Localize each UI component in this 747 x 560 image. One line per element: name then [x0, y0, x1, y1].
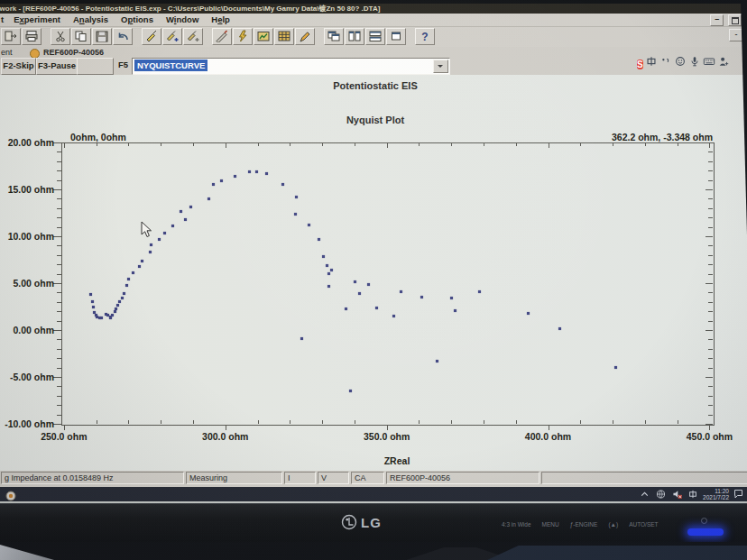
y-right-tick — [706, 377, 713, 378]
x-minor-tick — [290, 420, 290, 424]
y-right-tick — [708, 255, 713, 256]
status-segment-6 — [541, 472, 747, 484]
monitor-button-menu[interactable]: MENU — [542, 521, 559, 528]
data-point — [265, 172, 268, 175]
x-top-minor-tick — [516, 142, 517, 146]
y-minor-tick — [57, 264, 61, 265]
y-major-tick — [53, 189, 61, 190]
y-tick-label: -5.00 ohm — [2, 372, 54, 382]
x-tick-label: 400.0 ohm — [512, 431, 585, 442]
power-icon — [701, 518, 707, 524]
y-tick-label: -10.00 ohm — [2, 418, 54, 429]
x-minor-tick — [355, 420, 355, 424]
y-right-tick — [706, 236, 713, 237]
data-point — [212, 183, 215, 186]
y-major-tick — [53, 283, 61, 284]
globe-tray-button[interactable] — [655, 489, 667, 500]
x-major-tick — [387, 425, 388, 430]
data-point — [478, 290, 481, 293]
status-segment-4: CA — [351, 472, 384, 484]
plot-frame — [61, 142, 715, 426]
status-segment-1: Measuring — [186, 472, 282, 484]
chevron-up-tray-button[interactable] — [639, 489, 650, 500]
monitor-button-4-3-in-wide[interactable]: 4:3 in Wide — [502, 521, 531, 528]
data-point — [132, 271, 134, 274]
x-minor-tick — [451, 420, 452, 424]
x-top-minor-tick — [580, 142, 581, 146]
x-top-minor-tick — [451, 142, 452, 146]
monitor-button--engine[interactable]: ƒ-ENGINE — [570, 521, 598, 528]
data-point — [118, 300, 121, 303]
x-minor-tick — [613, 420, 613, 424]
speaker-muted-tray-button[interactable] — [671, 489, 683, 500]
y-minor-tick — [57, 255, 61, 256]
ime-zh-tray-button[interactable] — [687, 489, 698, 500]
x-major-tick — [549, 425, 549, 430]
y-right-tick — [708, 368, 713, 369]
x-top-tick — [226, 142, 226, 148]
y-minor-tick — [57, 386, 61, 387]
data-point — [150, 243, 152, 246]
x-minor-tick — [128, 420, 129, 424]
system-tray: 11:20 2021/7/22 — [639, 487, 743, 501]
y-right-tick — [708, 208, 713, 209]
data-point — [349, 390, 352, 392]
monitor-button--[interactable]: (▲) — [608, 521, 618, 528]
data-point — [149, 251, 152, 253]
x-top-minor-tick — [645, 142, 646, 146]
y-minor-tick — [57, 180, 61, 181]
monitor-button-auto-set[interactable]: AUTO/SET — [629, 521, 658, 528]
y-minor-tick — [57, 274, 61, 275]
data-point — [450, 297, 453, 299]
y-tick-label: 0.00 ohm — [2, 325, 54, 335]
x-top-minor-tick — [193, 142, 194, 146]
y-right-tick — [708, 349, 713, 350]
paper-on-desk — [0, 542, 54, 560]
y-minor-tick — [57, 321, 61, 322]
data-point — [220, 179, 223, 182]
x-major-tick — [709, 425, 710, 430]
taskbar-clock[interactable]: 11:20 2021/7/22 — [703, 488, 729, 500]
x-top-minor-tick — [258, 142, 259, 146]
x-top-tick — [549, 142, 549, 148]
y-minor-tick — [57, 405, 61, 406]
y-right-tick — [708, 358, 713, 359]
x-minor-tick — [322, 420, 323, 424]
data-point — [248, 170, 251, 173]
y-right-tick — [708, 311, 713, 312]
y-right-tick — [708, 339, 713, 340]
y-minor-tick — [57, 368, 61, 369]
data-point — [138, 265, 141, 268]
data-point — [300, 337, 303, 340]
y-minor-tick — [57, 349, 61, 350]
data-point — [92, 306, 95, 308]
power-led[interactable] — [687, 528, 724, 536]
y-right-tick — [708, 161, 713, 162]
data-point — [295, 196, 298, 198]
data-point — [327, 272, 330, 275]
data-point — [358, 292, 361, 295]
lg-brand-text: LG — [361, 515, 382, 530]
y-minor-tick — [57, 339, 61, 340]
data-point — [189, 206, 192, 208]
monitor-buttons: 4:3 in WideMENUƒ-ENGINE(▲)AUTO/SET — [502, 521, 696, 528]
x-top-minor-tick — [290, 142, 290, 146]
y-right-tick — [708, 405, 713, 406]
data-point — [127, 278, 130, 280]
y-minor-tick — [57, 227, 61, 228]
x-top-tick — [64, 142, 65, 148]
y-right-tick — [708, 217, 713, 218]
window-reflection — [487, 546, 747, 560]
data-point — [436, 360, 438, 363]
x-tick-label: 450.0 ohm — [673, 431, 745, 442]
status-segment-3: V — [318, 472, 349, 484]
y-right-tick — [706, 330, 713, 331]
x-top-minor-tick — [97, 142, 97, 146]
data-point — [330, 269, 333, 271]
y-right-tick — [708, 415, 713, 416]
chat-icon[interactable] — [733, 486, 743, 502]
x-top-minor-tick — [484, 142, 484, 146]
y-right-tick — [708, 321, 713, 322]
y-tick-label: 5.00 ohm — [2, 278, 54, 289]
windows-taskbar: 11:20 2021/7/22 — [0, 487, 747, 501]
